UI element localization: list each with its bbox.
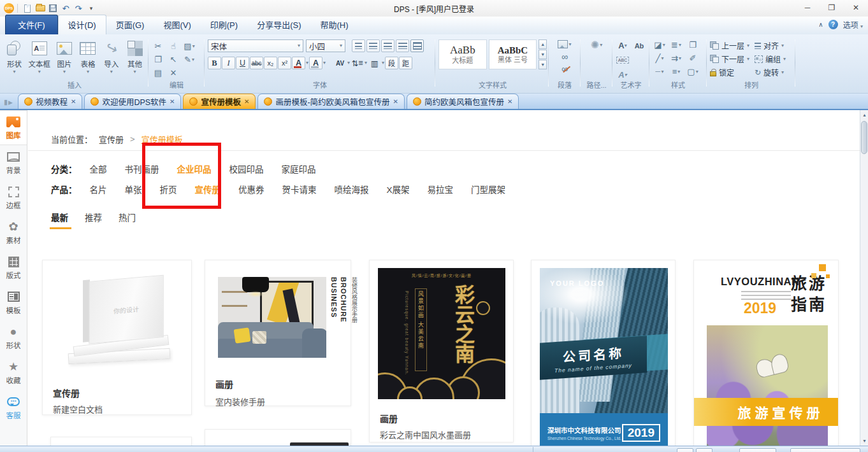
fill-color-button[interactable]: ◪▾ [654, 41, 665, 50]
redo-button[interactable]: ↷ [72, 2, 85, 15]
insert-picture-button[interactable]: 图片▾ [53, 37, 76, 74]
tab-page[interactable]: 页面(G) [106, 15, 154, 34]
close-icon[interactable]: ✕ [507, 98, 512, 105]
wordart-slant-button[interactable]: A▾ [618, 70, 626, 80]
wordart-abc-button[interactable]: ABC [616, 57, 629, 64]
line-spacing-button[interactable]: ⇅≡ [351, 57, 364, 69]
text-direction-button[interactable] [410, 39, 424, 52]
filter-product-door-stand[interactable]: 门型展架 [471, 183, 505, 195]
text-style-heading[interactable]: AaBb 大标题 [438, 39, 487, 69]
strikethrough-button[interactable]: abc [250, 57, 263, 69]
template-card-partial[interactable] [205, 429, 351, 446]
sort-tab-hot[interactable]: 热门 [119, 211, 136, 229]
template-card-blank[interactable]: 你的设计 宣传册 新建空白文档 [42, 260, 192, 415]
filter-category-campus-print[interactable]: 校园印品 [229, 162, 264, 175]
outline-color-button[interactable]: ╱▾ [656, 54, 664, 63]
subscript-button[interactable]: x₂ [264, 57, 277, 69]
align-left-button[interactable] [352, 39, 365, 52]
open-button[interactable] [34, 2, 47, 15]
sidebar-item-service[interactable]: ⋯客服 [0, 390, 27, 425]
statusbar-control[interactable] [677, 448, 693, 452]
tab-design[interactable]: 设计(D) [58, 15, 106, 34]
bring-forward-button[interactable]: 上一层▾ [710, 39, 755, 52]
sidebar-item-gallery[interactable]: 图库 [0, 110, 27, 145]
format-pen-button[interactable]: ✎▾ [184, 55, 194, 64]
template-card-travel[interactable]: LVYOUZHINAN 2019 旅游指南 旅游宣传册 [693, 260, 839, 446]
filter-product-coupon[interactable]: 优惠券 [238, 183, 264, 195]
font-name-select[interactable]: 宋体▾ [208, 39, 303, 52]
align-justify-button[interactable] [396, 39, 409, 52]
sidebar-item-favorites[interactable]: ★收藏 [0, 355, 27, 390]
insert-table-button[interactable]: 表格▾ [76, 37, 100, 74]
sidebar-item-shape[interactable]: ●形状 [0, 320, 27, 355]
dash-style-button[interactable]: ┈▾ [656, 67, 664, 76]
maximize-button[interactable]: ❐ [820, 0, 844, 15]
filter-product-business-card[interactable]: 名片 [90, 183, 107, 195]
breadcrumb-parent[interactable]: 宣传册 [99, 133, 124, 145]
insert-textbox-button[interactable]: A文本框▾ [26, 37, 53, 74]
template-card-yunnan[interactable]: 风/情/云/南/旅/游/文/化/画/册 彩云之南 风景如画 大美云南 Pictu… [369, 260, 514, 442]
copy-button[interactable]: ❐ [154, 55, 162, 64]
tab-share-export[interactable]: 分享导出(S) [247, 15, 310, 34]
path-tool-button[interactable]: ✺▾ [591, 41, 602, 50]
wordart-style-button[interactable]: A▾ [618, 41, 626, 50]
style-gallery-scroll[interactable]: ▲ ▼ ▼ [539, 39, 547, 69]
superscript-button[interactable]: x² [278, 57, 291, 69]
save-button[interactable] [47, 2, 59, 15]
filter-product-poster[interactable]: 喷绘海报 [335, 183, 369, 195]
scroll-down-icon[interactable]: ▼ [539, 50, 547, 59]
select-button[interactable]: ↖ [170, 55, 177, 64]
scroll-up-icon[interactable]: ▲ [539, 39, 547, 49]
template-card-corporate[interactable]: YOUR LOGO 公司名称 The name of the company 深… [531, 260, 676, 446]
text-style-heiti[interactable]: AaBbC 黑体 三号 [489, 39, 537, 69]
text-wrap-button[interactable]: ▾ [558, 40, 571, 48]
delete-button[interactable]: ✕ [170, 69, 177, 78]
line-weight-button[interactable]: ≡▾ [672, 67, 681, 76]
filter-product-greeting-card[interactable]: 贺卡请柬 [282, 183, 317, 195]
copy-style-button[interactable]: ❐ [689, 41, 697, 50]
new-document-button[interactable] [21, 2, 34, 15]
font-color-button[interactable]: A [292, 57, 305, 69]
link-button[interactable]: ∞ [561, 53, 568, 60]
doc-tab-bag-brochure[interactable]: 简约欧美风箱包宣传册✕ [407, 94, 519, 109]
line-arrows-button[interactable]: ⇉▾ [671, 54, 681, 63]
close-icon[interactable]: ✕ [71, 98, 76, 105]
panel-expand-button[interactable]: ▮ ▶ [4, 98, 13, 106]
sidebar-item-layout[interactable]: 版式 [0, 250, 27, 285]
options-button[interactable]: 选项 ▾ [843, 19, 863, 30]
minimize-button[interactable]: ─ [795, 0, 820, 15]
close-icon[interactable]: ✕ [393, 98, 398, 105]
sort-tab-newest[interactable]: 最新 [51, 211, 68, 229]
close-button[interactable]: ✕ [844, 0, 868, 15]
columns-button[interactable]: ▥ [368, 57, 381, 69]
close-icon[interactable]: ✕ [244, 98, 249, 105]
rotate-button[interactable]: ↻旋转▾ [755, 66, 793, 79]
highlight-color-button[interactable]: A [309, 57, 322, 69]
template-card-interior[interactable]: BUSINESS BROCHURE 装修风格展示手册 画册 室内装修手册 [205, 260, 351, 406]
format-brush-button[interactable]: ✐ [690, 54, 697, 63]
bold-button[interactable]: B [208, 57, 221, 69]
statusbar-control[interactable] [696, 448, 712, 452]
tab-print[interactable]: 印刷(P) [201, 15, 247, 34]
italic-button[interactable]: I [222, 57, 235, 69]
group-button[interactable]: 编组▾ [755, 52, 793, 66]
underline-button[interactable]: U [236, 57, 249, 69]
align-center-button[interactable] [366, 39, 380, 52]
doc-tab-brochure-templates[interactable]: 宣传册模板✕ [183, 94, 256, 109]
line-style-button[interactable]: ≣▾ [671, 41, 681, 50]
filter-product-single-sheet[interactable]: 单张 [125, 183, 142, 195]
send-backward-button[interactable]: 下一层▾ [710, 52, 755, 66]
sort-tab-recommended[interactable]: 推荐 [85, 211, 102, 229]
insert-other-button[interactable]: 其他▾ [123, 37, 147, 74]
help-icon[interactable]: ? [828, 20, 838, 29]
scrollbar-thumb[interactable] [861, 121, 867, 154]
statusbar-control[interactable] [790, 448, 860, 452]
gallery-expand-icon[interactable]: ▼ [539, 60, 547, 69]
font-size-select[interactable]: 小四▾ [306, 39, 345, 52]
doc-tab-album-template[interactable]: 画册模板-简约欧美风箱包宣传册✕ [257, 94, 405, 109]
filter-product-roll-up[interactable]: 易拉宝 [428, 183, 454, 195]
cut-button[interactable]: ✂ [155, 42, 162, 51]
scroll-up-button[interactable]: ▲ [860, 110, 868, 120]
sidebar-item-template[interactable]: 模板 [0, 285, 27, 320]
undo-button[interactable]: ↶ [59, 2, 72, 15]
